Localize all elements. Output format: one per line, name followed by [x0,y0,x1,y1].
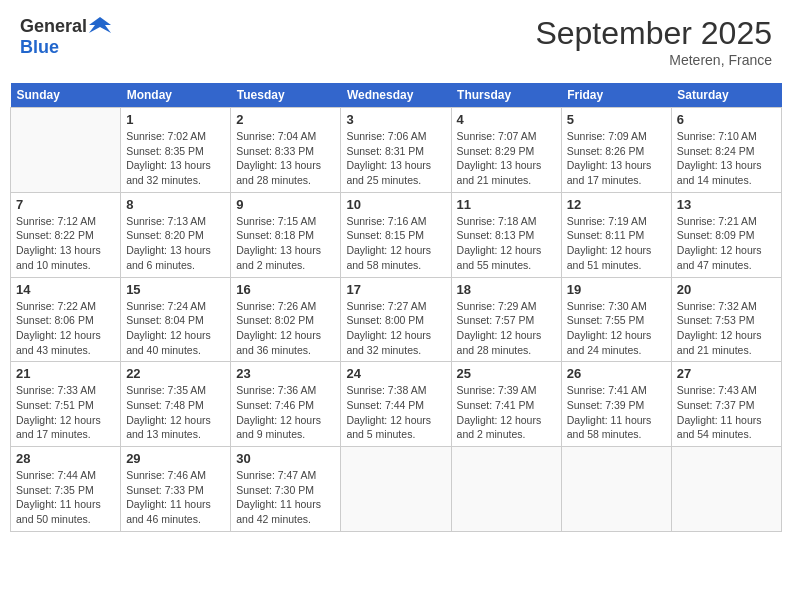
day-number: 23 [236,366,335,381]
title-area: September 2025 Meteren, France [535,15,772,68]
calendar-cell: 18Sunrise: 7:29 AM Sunset: 7:57 PM Dayli… [451,277,561,362]
calendar-cell: 16Sunrise: 7:26 AM Sunset: 8:02 PM Dayli… [231,277,341,362]
calendar-cell: 20Sunrise: 7:32 AM Sunset: 7:53 PM Dayli… [671,277,781,362]
day-info: Sunrise: 7:13 AM Sunset: 8:20 PM Dayligh… [126,214,225,273]
svg-marker-0 [89,17,111,33]
day-info: Sunrise: 7:27 AM Sunset: 8:00 PM Dayligh… [346,299,445,358]
weekday-header-tuesday: Tuesday [231,83,341,108]
day-number: 21 [16,366,115,381]
day-info: Sunrise: 7:19 AM Sunset: 8:11 PM Dayligh… [567,214,666,273]
day-info: Sunrise: 7:46 AM Sunset: 7:33 PM Dayligh… [126,468,225,527]
calendar-cell: 23Sunrise: 7:36 AM Sunset: 7:46 PM Dayli… [231,362,341,447]
calendar-cell: 3Sunrise: 7:06 AM Sunset: 8:31 PM Daylig… [341,108,451,193]
day-number: 26 [567,366,666,381]
day-number: 1 [126,112,225,127]
day-number: 3 [346,112,445,127]
day-info: Sunrise: 7:39 AM Sunset: 7:41 PM Dayligh… [457,383,556,442]
day-info: Sunrise: 7:44 AM Sunset: 7:35 PM Dayligh… [16,468,115,527]
month-title: September 2025 [535,15,772,52]
calendar-cell: 24Sunrise: 7:38 AM Sunset: 7:44 PM Dayli… [341,362,451,447]
page-header: General Blue September 2025 Meteren, Fra… [10,10,782,73]
calendar-cell: 9Sunrise: 7:15 AM Sunset: 8:18 PM Daylig… [231,192,341,277]
day-info: Sunrise: 7:12 AM Sunset: 8:22 PM Dayligh… [16,214,115,273]
calendar-cell: 5Sunrise: 7:09 AM Sunset: 8:26 PM Daylig… [561,108,671,193]
day-info: Sunrise: 7:15 AM Sunset: 8:18 PM Dayligh… [236,214,335,273]
day-number: 11 [457,197,556,212]
day-number: 16 [236,282,335,297]
day-info: Sunrise: 7:29 AM Sunset: 7:57 PM Dayligh… [457,299,556,358]
calendar-cell: 17Sunrise: 7:27 AM Sunset: 8:00 PM Dayli… [341,277,451,362]
day-info: Sunrise: 7:21 AM Sunset: 8:09 PM Dayligh… [677,214,776,273]
day-info: Sunrise: 7:02 AM Sunset: 8:35 PM Dayligh… [126,129,225,188]
calendar-cell: 6Sunrise: 7:10 AM Sunset: 8:24 PM Daylig… [671,108,781,193]
calendar-cell: 19Sunrise: 7:30 AM Sunset: 7:55 PM Dayli… [561,277,671,362]
weekday-header-sunday: Sunday [11,83,121,108]
calendar-cell: 29Sunrise: 7:46 AM Sunset: 7:33 PM Dayli… [121,447,231,532]
day-info: Sunrise: 7:43 AM Sunset: 7:37 PM Dayligh… [677,383,776,442]
day-number: 7 [16,197,115,212]
calendar-cell [341,447,451,532]
calendar-cell: 12Sunrise: 7:19 AM Sunset: 8:11 PM Dayli… [561,192,671,277]
day-info: Sunrise: 7:16 AM Sunset: 8:15 PM Dayligh… [346,214,445,273]
week-row-1: 1Sunrise: 7:02 AM Sunset: 8:35 PM Daylig… [11,108,782,193]
weekday-header-saturday: Saturday [671,83,781,108]
day-info: Sunrise: 7:33 AM Sunset: 7:51 PM Dayligh… [16,383,115,442]
calendar-cell: 14Sunrise: 7:22 AM Sunset: 8:06 PM Dayli… [11,277,121,362]
logo-bird-icon [89,15,111,37]
day-number: 19 [567,282,666,297]
day-number: 6 [677,112,776,127]
day-number: 28 [16,451,115,466]
day-info: Sunrise: 7:22 AM Sunset: 8:06 PM Dayligh… [16,299,115,358]
day-number: 8 [126,197,225,212]
day-number: 20 [677,282,776,297]
day-number: 15 [126,282,225,297]
logo-general-text: General [20,16,87,37]
day-info: Sunrise: 7:36 AM Sunset: 7:46 PM Dayligh… [236,383,335,442]
day-number: 4 [457,112,556,127]
day-number: 18 [457,282,556,297]
calendar-cell: 1Sunrise: 7:02 AM Sunset: 8:35 PM Daylig… [121,108,231,193]
day-info: Sunrise: 7:09 AM Sunset: 8:26 PM Dayligh… [567,129,666,188]
day-info: Sunrise: 7:47 AM Sunset: 7:30 PM Dayligh… [236,468,335,527]
day-number: 25 [457,366,556,381]
calendar-cell: 21Sunrise: 7:33 AM Sunset: 7:51 PM Dayli… [11,362,121,447]
day-info: Sunrise: 7:10 AM Sunset: 8:24 PM Dayligh… [677,129,776,188]
day-info: Sunrise: 7:30 AM Sunset: 7:55 PM Dayligh… [567,299,666,358]
logo-blue-text: Blue [20,37,59,57]
day-info: Sunrise: 7:38 AM Sunset: 7:44 PM Dayligh… [346,383,445,442]
calendar-cell: 27Sunrise: 7:43 AM Sunset: 7:37 PM Dayli… [671,362,781,447]
day-number: 10 [346,197,445,212]
day-number: 27 [677,366,776,381]
day-number: 29 [126,451,225,466]
week-row-5: 28Sunrise: 7:44 AM Sunset: 7:35 PM Dayli… [11,447,782,532]
calendar-cell: 13Sunrise: 7:21 AM Sunset: 8:09 PM Dayli… [671,192,781,277]
day-number: 5 [567,112,666,127]
calendar-cell: 4Sunrise: 7:07 AM Sunset: 8:29 PM Daylig… [451,108,561,193]
day-number: 2 [236,112,335,127]
week-row-2: 7Sunrise: 7:12 AM Sunset: 8:22 PM Daylig… [11,192,782,277]
calendar-cell: 2Sunrise: 7:04 AM Sunset: 8:33 PM Daylig… [231,108,341,193]
day-number: 14 [16,282,115,297]
day-info: Sunrise: 7:35 AM Sunset: 7:48 PM Dayligh… [126,383,225,442]
day-info: Sunrise: 7:32 AM Sunset: 7:53 PM Dayligh… [677,299,776,358]
calendar-cell: 7Sunrise: 7:12 AM Sunset: 8:22 PM Daylig… [11,192,121,277]
calendar-cell: 28Sunrise: 7:44 AM Sunset: 7:35 PM Dayli… [11,447,121,532]
day-number: 9 [236,197,335,212]
day-info: Sunrise: 7:41 AM Sunset: 7:39 PM Dayligh… [567,383,666,442]
day-number: 17 [346,282,445,297]
day-number: 24 [346,366,445,381]
weekday-header-friday: Friday [561,83,671,108]
day-info: Sunrise: 7:24 AM Sunset: 8:04 PM Dayligh… [126,299,225,358]
day-info: Sunrise: 7:07 AM Sunset: 8:29 PM Dayligh… [457,129,556,188]
calendar-cell: 25Sunrise: 7:39 AM Sunset: 7:41 PM Dayli… [451,362,561,447]
weekday-header-wednesday: Wednesday [341,83,451,108]
calendar-cell: 26Sunrise: 7:41 AM Sunset: 7:39 PM Dayli… [561,362,671,447]
week-row-3: 14Sunrise: 7:22 AM Sunset: 8:06 PM Dayli… [11,277,782,362]
weekday-header-row: SundayMondayTuesdayWednesdayThursdayFrid… [11,83,782,108]
day-info: Sunrise: 7:06 AM Sunset: 8:31 PM Dayligh… [346,129,445,188]
calendar-cell: 10Sunrise: 7:16 AM Sunset: 8:15 PM Dayli… [341,192,451,277]
calendar-cell: 15Sunrise: 7:24 AM Sunset: 8:04 PM Dayli… [121,277,231,362]
day-info: Sunrise: 7:04 AM Sunset: 8:33 PM Dayligh… [236,129,335,188]
weekday-header-monday: Monday [121,83,231,108]
weekday-header-thursday: Thursday [451,83,561,108]
